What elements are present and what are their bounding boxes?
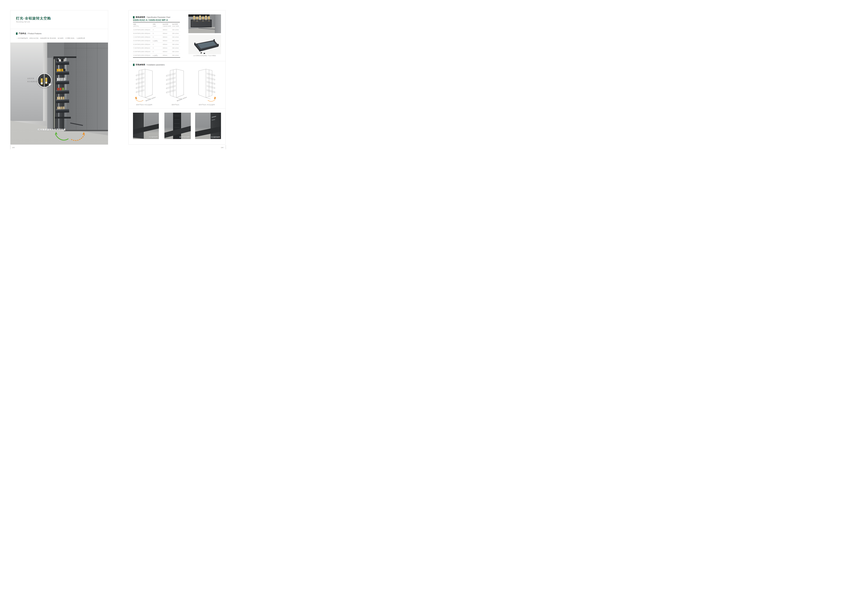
- cell-inner-width: 364 ±2mm: [172, 44, 179, 45]
- tray-graphic: [188, 35, 221, 54]
- cell-layer: 6 (加高): [153, 40, 158, 42]
- cell-cabinet-width: 300mm: [163, 36, 167, 38]
- cell-inner-width: 364 ±2mm: [172, 51, 179, 52]
- result-photo: 篮体平拉出效果: [164, 112, 191, 139]
- cell-cabinet-width: 400mm: [163, 44, 167, 45]
- page-number-right: 144: [221, 147, 223, 148]
- rotation-arrows-icon: [52, 130, 88, 144]
- cell-inner-width: 364 ±2mm: [172, 55, 179, 56]
- cell-spec: F:344*505*(1350-1650)mm: [133, 47, 150, 49]
- unit-base-platform: [55, 117, 71, 119]
- cell-cabinet-width: 300mm: [163, 40, 167, 42]
- photo-top-track: [53, 56, 76, 58]
- dim-annotation: 柜内深度 ≥520mm: [176, 96, 187, 102]
- cell-spec: C:244*505*(1650-1950)mm: [133, 36, 150, 38]
- callout-line2: 前后氛围硅胶灯: [27, 80, 39, 83]
- callout-text: 全铝支架 前后氛围硅胶灯: [27, 77, 39, 83]
- page-title: 灯光·全铝旋转太空舱: [16, 16, 51, 21]
- cell-inner-width: 264 ±2mm: [172, 29, 179, 31]
- section-divider: [129, 61, 225, 61]
- cell-cabinet-width: 300mm: [163, 29, 167, 31]
- product-photo: 全铝支架 前后氛围硅胶灯 灯光轴承旋转全铝平开拉篮: [11, 42, 108, 145]
- right-page: 规格参数图 / Specification Parameter Chart GS…: [128, 10, 226, 145]
- table-top-rule: [133, 22, 180, 22]
- cell-inner-width: 264 ±2mm: [172, 40, 179, 42]
- bullet-dot: ·: [49, 37, 49, 39]
- basket-tray: [56, 90, 69, 94]
- basket-tray: [56, 61, 69, 65]
- cell-layer: 6 (加高): [153, 55, 158, 56]
- result-photo: 向左旋转效果: [133, 112, 159, 139]
- basket-tray: [56, 80, 69, 84]
- cell-cabinet-width: 400mm: [163, 51, 167, 52]
- feature-bullet: ·联动结构、省力静音、大容量大收纳、二边氛围光源: [49, 37, 85, 39]
- table-header-rule: [133, 28, 180, 28]
- cell-spec: H:344*505*(1950-2200)mm: [133, 55, 150, 56]
- feature-bullet-text: 内含8轴承旋转、全铝合金支架、内嵌硅胶灯条: [18, 37, 49, 39]
- cell-layer: 4: [153, 29, 153, 31]
- table-bottom-rule: [133, 57, 180, 58]
- cell-cabinet-width: 400mm: [163, 55, 167, 56]
- bottle-graphic: [41, 78, 43, 84]
- col-header-cabinet-width: 柜体宽度 Cabinet width: [163, 23, 171, 27]
- cell-cabinet-width: 300mm: [163, 33, 167, 34]
- cell-inner-width: 264 ±2mm: [172, 33, 179, 34]
- cell-spec: E:344*505*(1050-1350)mm: [133, 44, 150, 45]
- install-diagram-right: [195, 68, 218, 104]
- cell-inner-width: 364 ±2mm: [172, 47, 179, 49]
- install-heading-cn: 安装参数图: [136, 64, 145, 66]
- bullet-dot: ·: [17, 37, 17, 39]
- spec-heading-cn: 规格参数图: [136, 16, 145, 19]
- install-section-heading: 安装参数图 / Installation parameters: [133, 64, 165, 66]
- photo-panel-above-opening: [47, 42, 64, 58]
- unit-rail: [65, 58, 66, 130]
- folio-rule-left: [10, 145, 11, 149]
- photo-caption: 全内部棒卯结构玻璃篮·不见任何螺丝: [188, 55, 221, 56]
- basket-tray: [56, 71, 69, 75]
- page-number-left: 143: [12, 147, 15, 148]
- led-light-strip: [44, 74, 44, 87]
- product-photo-tray: [188, 35, 221, 54]
- table-row: C:244*505*(1650-1950)mm 6 300mm 264 ±2mm: [133, 36, 180, 39]
- install-diagram-left: 柜内深度 ≥520mm: [133, 68, 156, 104]
- basket-tray: [56, 99, 69, 103]
- photo-wall: [215, 14, 221, 33]
- features-heading: 产品特点 / Product Features: [16, 32, 42, 35]
- install-heading-en: / Installation parameters: [146, 64, 165, 66]
- table-row: F:344*505*(1350-1650)mm 5 400mm 364 ±2mm: [133, 46, 180, 50]
- features-heading-cn: 产品特点: [19, 32, 26, 35]
- catalog-spread: 灯光·全铝旋转太空舱 Revolving Tall Unit 产品特点 / Pr…: [0, 0, 236, 154]
- table-row: E:344*505*(1050-1350)mm 4 400mm 364 ±2mm: [133, 43, 180, 46]
- diagram-label: 篮体平拉出: [162, 104, 189, 106]
- diagram-label: 篮体平拉出 向右边旋转: [193, 104, 221, 106]
- product-photo-basket: [188, 14, 221, 33]
- section-divider: [129, 108, 225, 109]
- model-number: GS05-01XZ·A / GS05-01XZ-WP·A: [133, 19, 168, 21]
- section-marker-icon: [133, 64, 134, 66]
- table-row: B:244*505*(1350-1650)mm 5 300mm 264 ±2mm: [133, 32, 180, 36]
- cell-layer: 4: [153, 44, 153, 45]
- cell-spec: A:244*505*(1050-1350)mm: [133, 29, 150, 31]
- glass-basket-graphic: [191, 20, 212, 27]
- result-caption: 向右旋转效果: [211, 136, 220, 138]
- cell-cabinet-width: 400mm: [163, 47, 167, 49]
- table-row: A:244*505*(1050-1350)mm 4 300mm 264 ±2mm: [133, 28, 180, 32]
- spec-section-heading: 规格参数图 / Specification Parameter Chart: [133, 16, 170, 19]
- table-row: H:344*505*(1950-2200)mm 6 (加高) 400mm 364…: [133, 54, 180, 57]
- page-subtitle: Revolving Tall Unit: [16, 21, 30, 23]
- cell-layer: 5: [153, 47, 153, 49]
- cell-layer: 5: [153, 33, 153, 34]
- result-photo: 向右旋转效果: [195, 112, 221, 139]
- features-heading-en: / Product Features: [27, 33, 42, 34]
- cell-spec: G:344*505*(1650-1950)mm: [133, 51, 150, 52]
- table-row: G:344*505*(1650-1950)mm 6 400mm 364 ±2mm: [133, 50, 180, 54]
- result-caption: 篮体平拉出效果: [180, 136, 190, 138]
- callout-line1: 全铝支架: [27, 77, 39, 80]
- col-header-spec: 规格 (W*D*H): [133, 23, 139, 27]
- result-caption: 向左旋转效果: [149, 136, 158, 138]
- table-row: D:244*505*(1950-2200)mm 6 (加高) 300mm 264…: [133, 39, 180, 43]
- dim-annotation: 柜内深度 ≥520mm: [145, 96, 156, 102]
- cell-layer: 6: [153, 36, 153, 38]
- section-marker-icon: [16, 33, 17, 35]
- section-marker-icon: [133, 16, 134, 19]
